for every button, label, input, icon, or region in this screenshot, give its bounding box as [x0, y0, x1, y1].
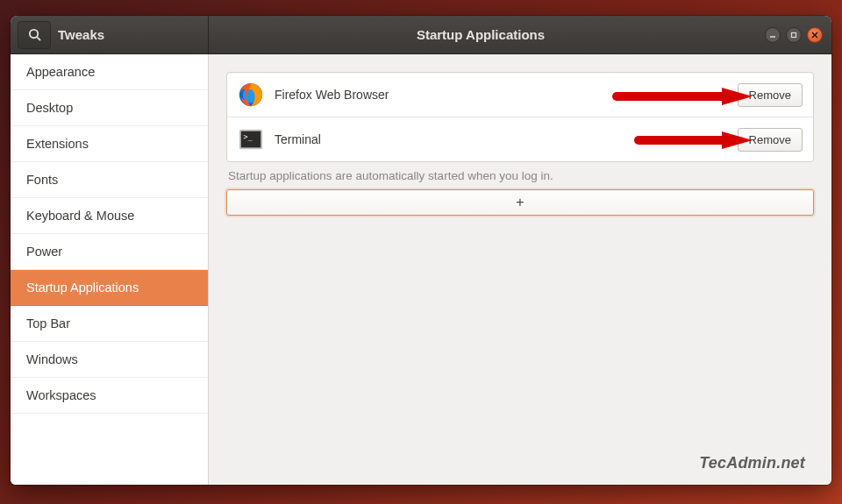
- remove-button[interactable]: Remove: [738, 83, 803, 107]
- page-title: Startup Applications: [209, 16, 753, 53]
- sidebar-item-windows[interactable]: Windows: [11, 342, 208, 378]
- startup-app-row: >_ Terminal Remove: [227, 117, 813, 161]
- startup-apps-list: Firefox Web Browser Remove >_ Terminal R…: [226, 72, 814, 162]
- search-button[interactable]: [18, 21, 51, 49]
- firefox-icon: [238, 82, 264, 108]
- add-startup-app-button[interactable]: +: [226, 189, 814, 216]
- startup-app-name: Terminal: [275, 132, 727, 146]
- window-controls: [753, 16, 831, 53]
- sidebar-item-extensions[interactable]: Extensions: [11, 126, 208, 162]
- sidebar-item-keyboard-mouse[interactable]: Keyboard & Mouse: [11, 198, 208, 234]
- window-body: Appearance Desktop Extensions Fonts Keyb…: [11, 54, 831, 485]
- terminal-icon: >_: [238, 126, 264, 153]
- svg-line-1: [37, 37, 40, 40]
- sidebar-item-desktop[interactable]: Desktop: [11, 90, 208, 126]
- sidebar-item-top-bar[interactable]: Top Bar: [11, 306, 208, 342]
- sidebar-item-power[interactable]: Power: [11, 234, 208, 270]
- search-icon: [28, 28, 41, 41]
- sidebar-item-fonts[interactable]: Fonts: [11, 162, 208, 198]
- maximize-button[interactable]: [786, 27, 802, 43]
- titlebar-left: Tweaks: [11, 16, 209, 53]
- svg-point-0: [29, 30, 37, 38]
- close-button[interactable]: [807, 27, 823, 43]
- plus-icon: +: [516, 195, 524, 210]
- startup-app-name: Firefox Web Browser: [275, 88, 727, 102]
- sidebar-item-startup-applications[interactable]: Startup Applications: [11, 270, 208, 306]
- maximize-icon: [790, 32, 797, 39]
- startup-app-row: Firefox Web Browser Remove: [227, 73, 813, 117]
- minimize-icon: [769, 32, 776, 39]
- tweaks-window: Tweaks Startup Applications Appearance D…: [11, 16, 831, 485]
- close-icon: [811, 32, 818, 39]
- app-name: Tweaks: [58, 27, 104, 42]
- minimize-button[interactable]: [765, 27, 781, 43]
- watermark: TecAdmin.net: [699, 454, 805, 472]
- content-pane: Firefox Web Browser Remove >_ Terminal R…: [209, 54, 831, 485]
- remove-button[interactable]: Remove: [738, 128, 803, 152]
- hint-text: Startup applications are automatically s…: [228, 169, 812, 182]
- svg-text:>_: >_: [244, 132, 253, 141]
- svg-rect-3: [792, 32, 796, 37]
- titlebar: Tweaks Startup Applications: [11, 16, 831, 54]
- sidebar: Appearance Desktop Extensions Fonts Keyb…: [11, 54, 209, 485]
- sidebar-item-workspaces[interactable]: Workspaces: [11, 378, 208, 414]
- sidebar-item-appearance[interactable]: Appearance: [11, 54, 208, 90]
